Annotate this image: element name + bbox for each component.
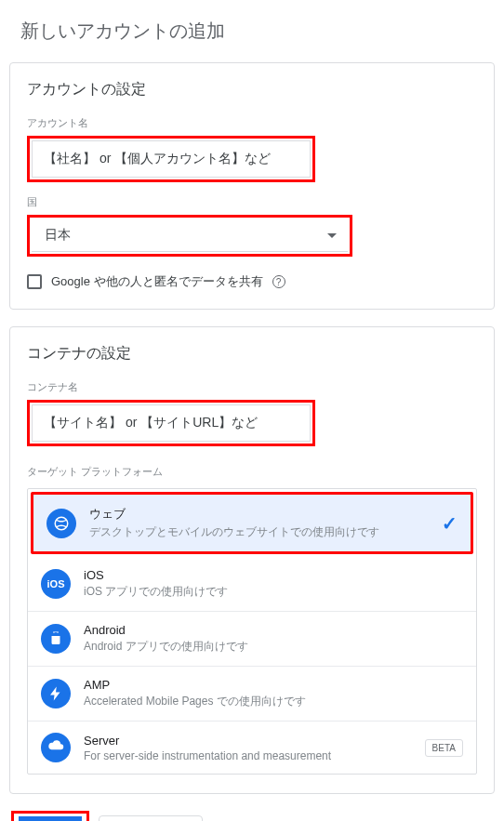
create-button[interactable]: 作成 (19, 816, 82, 821)
country-label: 国 (27, 195, 477, 209)
help-icon[interactable]: ? (272, 275, 285, 288)
ios-icon: iOS (41, 569, 71, 599)
cancel-button[interactable]: キャンセル (99, 815, 203, 821)
chevron-down-icon (327, 233, 337, 238)
platform-name: iOS (84, 568, 463, 582)
platform-label: ターゲット プラットフォーム (27, 465, 477, 479)
platform-web-highlight: ウェブ デスクトップとモバイルのウェブサイトでの使用向けです ✓ (31, 492, 473, 554)
account-settings-card: アカウントの設定 アカウント名 【社名】 or 【個人アカウント名】など 国 日… (9, 62, 495, 310)
container-settings-card: コンテナの設定 コンテナ名 【サイト名】 or 【サイトURL】など ターゲット… (9, 326, 495, 794)
country-select[interactable]: 日本 (32, 219, 348, 252)
share-data-row: Google や他の人と匿名でデータを共有 ? (27, 273, 477, 290)
container-name-input[interactable]: 【サイト名】 or 【サイトURL】など (32, 404, 311, 442)
platform-desc: iOS アプリでの使用向けです (84, 584, 463, 600)
beta-badge: BETA (425, 739, 463, 757)
check-icon: ✓ (442, 512, 458, 535)
platform-name: Android (84, 623, 463, 637)
platform-item-web[interactable]: ウェブ デスクトップとモバイルのウェブサイトでの使用向けです ✓ (33, 495, 471, 551)
amp-icon (41, 679, 71, 708)
account-name-input[interactable]: 【社名】 or 【個人アカウント名】など (32, 140, 311, 178)
platform-desc: For server-side instrumentation and meas… (84, 749, 412, 762)
platform-name: AMP (84, 678, 463, 692)
platform-desc: Accelerated Mobile Pages での使用向けです (84, 694, 463, 709)
android-icon (41, 624, 71, 654)
account-name-highlight: 【社名】 or 【個人アカウント名】など (27, 136, 315, 182)
button-row: 作成 キャンセル (9, 811, 495, 821)
page-title: 新しいアカウントの追加 (9, 9, 495, 62)
container-name-highlight: 【サイト名】 or 【サイトURL】など (27, 400, 315, 446)
platform-item-amp[interactable]: AMP Accelerated Mobile Pages での使用向けです (28, 667, 476, 722)
platform-desc: デスクトップとモバイルのウェブサイトでの使用向けです (89, 524, 429, 540)
server-icon (41, 733, 71, 762)
country-highlight: 日本 (27, 215, 352, 257)
country-value: 日本 (45, 227, 71, 244)
container-section-title: コンテナの設定 (27, 344, 477, 364)
share-checkbox[interactable] (27, 274, 42, 289)
platform-name: Server (84, 734, 412, 748)
platform-item-server[interactable]: Server For server-side instrumentation a… (28, 722, 476, 774)
platform-desc: Android アプリでの使用向けです (84, 639, 463, 655)
web-icon (46, 509, 76, 538)
share-label: Google や他の人と匿名でデータを共有 (51, 273, 263, 290)
container-name-label: コンテナ名 (27, 380, 477, 394)
account-section-title: アカウントの設定 (27, 80, 477, 99)
account-name-label: アカウント名 (27, 116, 477, 130)
platform-name: ウェブ (89, 506, 429, 523)
platform-list: ウェブ デスクトップとモバイルのウェブサイトでの使用向けです ✓ iOS iOS… (27, 488, 477, 775)
platform-item-android[interactable]: Android Android アプリでの使用向けです (28, 612, 476, 667)
create-button-highlight: 作成 (11, 811, 89, 821)
platform-item-ios[interactable]: iOS iOS iOS アプリでの使用向けです (28, 557, 476, 612)
